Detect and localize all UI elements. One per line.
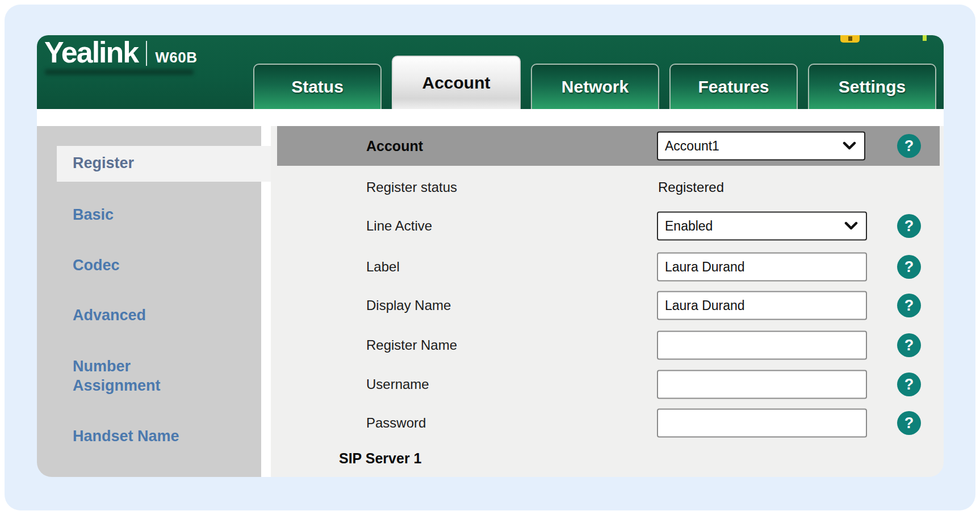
help-icon-line-active[interactable]: ?	[897, 214, 921, 238]
help-icon-display-name[interactable]: ?	[897, 294, 921, 317]
display-name-input-wrap	[657, 291, 867, 320]
tab-account[interactable]: Account	[392, 56, 521, 109]
help-icon-password[interactable]: ?	[897, 411, 921, 435]
username-input[interactable]	[657, 370, 867, 399]
row-username: Username ?	[271, 365, 944, 404]
tab-status[interactable]: Status	[253, 64, 382, 109]
row-password: Password ?	[271, 404, 944, 442]
sidebar-item-codec[interactable]: Codec	[73, 256, 215, 275]
row-register-status: Register status Registered	[271, 168, 944, 207]
header-content-divider	[37, 109, 944, 126]
row-register-name: Register Name ?	[271, 326, 944, 365]
lock-keyhole	[848, 36, 852, 41]
sidebar: Register Basic Codec Advanced Number Ass…	[37, 126, 261, 477]
account-section-label: Account	[366, 126, 423, 166]
line-active-select-value: Enabled	[665, 219, 713, 234]
app-window: Yealink W60B Status Account Network Feat…	[37, 35, 944, 477]
sidebar-item-number-assignment[interactable]: Number Assignment	[73, 357, 198, 395]
display-name-label: Display Name	[366, 286, 451, 325]
top-header: Yealink W60B Status Account Network Feat…	[37, 35, 944, 109]
clipped-indicator-dot	[923, 35, 927, 41]
brand-logo: Yealink W60B	[44, 36, 197, 68]
tab-network[interactable]: Network	[531, 64, 659, 109]
row-display-name: Display Name ?	[271, 286, 944, 325]
chevron-down-icon	[844, 222, 858, 231]
line-active-label: Line Active	[366, 207, 432, 245]
password-input[interactable]	[657, 409, 867, 438]
username-input-wrap	[657, 370, 867, 399]
row-label: Label ?	[271, 248, 944, 286]
sidebar-item-basic[interactable]: Basic	[73, 205, 215, 224]
password-input-wrap	[657, 409, 867, 438]
label-input-wrap	[657, 253, 867, 282]
help-icon-username[interactable]: ?	[897, 372, 921, 396]
help-icon-register-name[interactable]: ?	[897, 333, 921, 357]
sip-server-1-heading: SIP Server 1	[339, 444, 421, 472]
clipped-lock-icon	[840, 35, 860, 43]
line-active-select[interactable]: Enabled	[657, 212, 867, 241]
main-nav-tabs: Status Account Network Features Settings	[253, 56, 936, 109]
sidebar-item-register[interactable]: Register	[73, 153, 215, 173]
content-area: Register Basic Codec Advanced Number Ass…	[37, 126, 944, 477]
register-name-input[interactable]	[657, 331, 867, 360]
yealink-logo: Yealink	[44, 36, 138, 68]
line-active-select-wrap: Enabled	[657, 212, 867, 241]
register-form-panel: Account Account1 ? Register status Regis…	[271, 126, 944, 477]
display-name-input[interactable]	[657, 291, 867, 320]
register-status-label: Register status	[366, 168, 457, 207]
blurred-tagline	[45, 69, 194, 75]
logo-divider	[146, 41, 147, 66]
account-select[interactable]: Account1	[657, 132, 865, 161]
model-label: W60B	[155, 49, 197, 66]
username-label: Username	[366, 365, 429, 404]
help-icon-label[interactable]: ?	[897, 255, 921, 279]
password-label: Password	[366, 404, 426, 442]
register-name-label: Register Name	[366, 326, 457, 365]
register-name-input-wrap	[657, 331, 867, 360]
register-status-value: Registered	[658, 168, 724, 207]
label-field-label: Label	[366, 248, 400, 286]
tab-settings[interactable]: Settings	[808, 64, 936, 109]
account-select-value: Account1	[665, 139, 719, 154]
account-select-wrap: Account1	[657, 132, 865, 161]
help-icon-account[interactable]: ?	[897, 134, 921, 158]
sidebar-item-advanced[interactable]: Advanced	[73, 305, 215, 325]
sidebar-item-handset-name[interactable]: Handset Name	[73, 426, 215, 446]
tab-features[interactable]: Features	[669, 64, 798, 109]
label-input[interactable]	[657, 253, 867, 282]
chevron-down-icon	[843, 142, 856, 150]
row-line-active: Line Active Enabled ?	[271, 207, 944, 245]
